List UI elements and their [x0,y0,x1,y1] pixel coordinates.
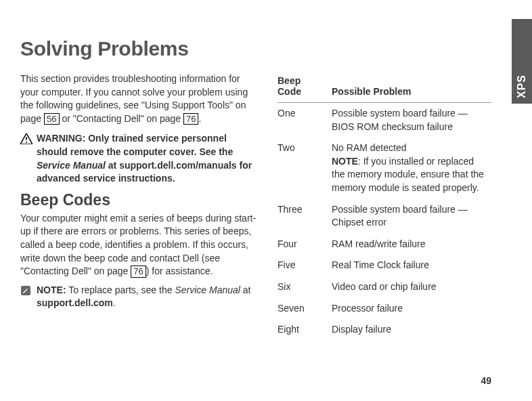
cell-code: Two [278,138,332,198]
svg-point-1 [26,142,27,143]
note-site: support.dell.com [37,297,113,308]
cell-problem: Real Time Clock failure [332,255,491,276]
page-ref-76a[interactable]: 76 [183,113,198,125]
problem-note: NOTE: If you installed or replaced the m… [332,155,486,195]
cell-code: Five [278,255,332,276]
table-row: FourRAM read/write failure [278,234,491,255]
problem-text: No RAM detected [332,142,486,155]
cell-code: Four [278,234,332,255]
intro-text-2: or "Contacting Dell" on page [60,113,184,124]
cell-code: Three [278,199,332,234]
page-ref-76b[interactable]: 76 [131,266,146,278]
cell-problem: Possible system board failure — BIOS ROM… [332,103,491,138]
table-row: OnePossible system board failure — BIOS … [278,103,491,138]
cell-code: One [278,103,332,138]
table-row: FiveReal Time Clock failure [278,255,491,276]
page-number: 49 [481,375,491,386]
warning-triangle-icon [20,133,32,185]
table-body: OnePossible system board failure — BIOS … [278,103,491,341]
note-part3: . [113,297,116,308]
warning-text: WARNING: Only trained service personnel … [37,132,257,185]
cell-code: Eight [278,319,332,341]
page-ref-56[interactable]: 56 [44,113,59,125]
cell-code: Six [278,276,332,298]
header-beep-code: Beep Code [278,72,332,103]
note-label: NOTE: [37,284,66,295]
table-row: TwoNo RAM detectedNOTE: If you installed… [278,138,491,198]
header-possible-problem: Possible Problem [332,72,491,103]
cell-problem: No RAM detectedNOTE: If you installed or… [332,138,491,198]
intro-text-3: . [198,113,201,124]
cell-problem: Video card or chip failure [332,276,491,298]
brand-side-tab: XPS [512,19,532,104]
note-part2: at [240,284,251,295]
table-row: SevenProcessor failure [278,298,491,320]
row-note-label: NOTE [332,156,358,167]
note-part1: To replace parts, see the [66,284,175,295]
warning-prefix: WARNING: Only trained service personnel … [37,133,233,157]
cell-problem: Processor failure [332,298,491,320]
cell-problem: Display failure [332,319,491,341]
table-header-row: Beep Code Possible Problem [278,72,491,103]
note-text: NOTE: To replace parts, see the Service … [37,284,257,310]
table-row: SixVideo card or chip failure [278,276,491,298]
table-row: EightDisplay failure [278,319,491,341]
warning-manual: Service Manual [37,160,106,171]
left-column: This section provides troubleshooting in… [20,72,257,341]
note-pencil-icon [20,285,31,310]
beep-intro-2: ) for assistance. [146,266,213,276]
brand-text: XPS [516,75,528,98]
note-block: NOTE: To replace parts, see the Service … [20,284,257,310]
header-code-text: Beep Code [278,75,311,97]
note-manual: Service Manual [175,284,240,295]
table-row: ThreePossible system board failure — Chi… [278,199,491,234]
cell-problem: Possible system board failure — Chipset … [332,199,491,234]
section-heading: Beep Codes [20,191,257,209]
warning-block: WARNING: Only trained service personnel … [20,132,257,185]
intro-paragraph: This section provides troubleshooting in… [20,72,257,125]
page-title: Solving Problems [20,37,491,60]
cell-code: Seven [278,298,332,320]
beep-code-table: Beep Code Possible Problem OnePossible s… [278,72,491,341]
beep-intro: Your computer might emit a series of bee… [20,212,257,278]
right-column: Beep Code Possible Problem OnePossible s… [278,72,491,341]
cell-problem: RAM read/write failure [332,234,491,255]
content-columns: This section provides troubleshooting in… [20,72,491,341]
